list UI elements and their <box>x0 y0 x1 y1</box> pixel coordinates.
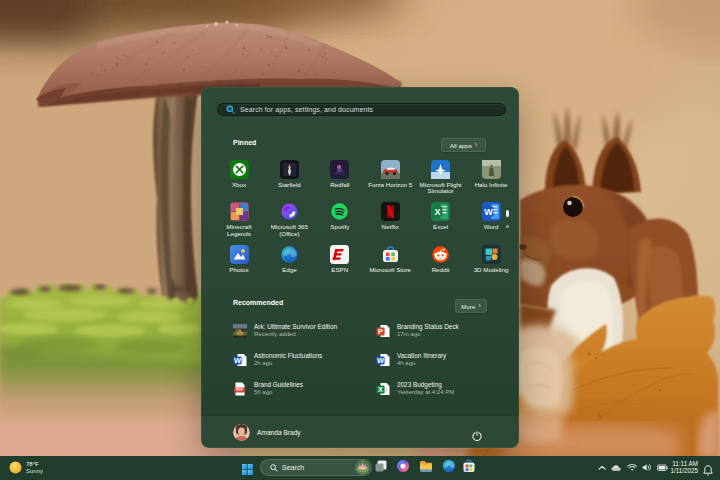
svg-text:X: X <box>378 385 383 394</box>
svg-text:W: W <box>234 356 241 365</box>
svg-text:W: W <box>377 356 384 365</box>
svg-text:X: X <box>435 207 441 217</box>
svg-text:W: W <box>484 207 493 217</box>
svg-text:P: P <box>378 327 383 336</box>
svg-text:PDF: PDF <box>236 388 244 392</box>
